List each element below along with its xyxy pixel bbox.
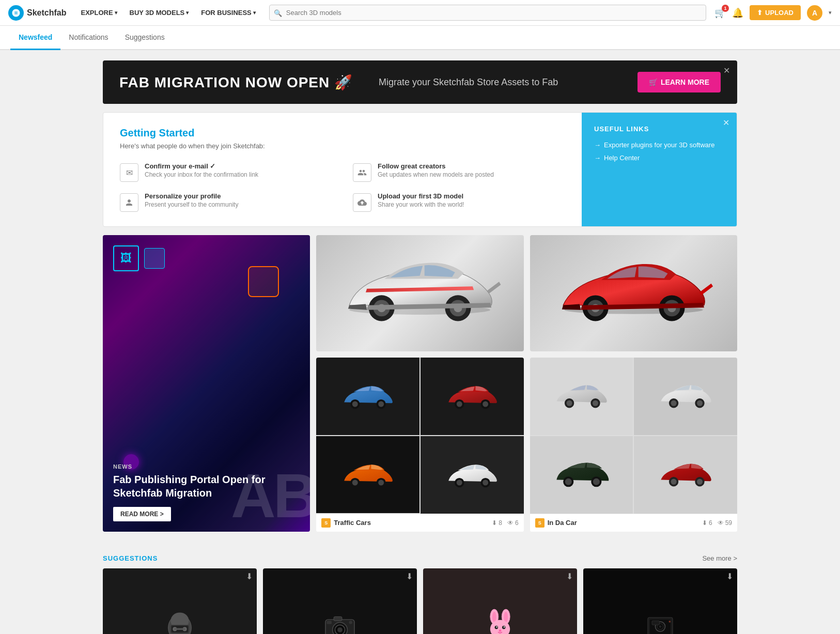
suggestions-grid: ⬇ ⬇ — [103, 568, 737, 635]
collection-stats: ⬇ 8 👁 6 — [492, 519, 518, 527]
ferrari-thumbnail — [530, 235, 737, 351]
download-icon[interactable]: ⬇ — [406, 571, 413, 581]
suggestion-card-3[interactable]: ⬇ — [423, 568, 577, 635]
gs-item-personalize: Personalize your profile Present yoursel… — [120, 192, 332, 212]
news-read-more-button[interactable]: READ MORE > — [113, 507, 171, 521]
news-card[interactable]: AB 🖼 NEWS Fab Publishing Portal Open for… — [103, 235, 310, 532]
collection-thumb-2 — [421, 358, 524, 435]
cart-badge: 1 — [722, 5, 729, 12]
chevron-down-icon: ▾ — [186, 10, 189, 16]
gs-item-desc: Present yourself to the community — [145, 201, 238, 208]
upload-icon: ⬆ — [757, 9, 763, 17]
gs-item-follow-creators: Follow great creators Get updates when n… — [353, 162, 565, 182]
collection-info: S Traffic Cars ⬇ 8 👁 6 — [316, 514, 523, 532]
useful-links-title: USEFUL LINKS — [594, 125, 724, 133]
svg-point-17 — [378, 401, 384, 407]
svg-point-39 — [565, 478, 572, 485]
suggestions-header: SUGGESTIONS See more > — [103, 544, 737, 568]
view-count: 👁 6 — [507, 519, 519, 527]
tab-notifications[interactable]: Notifications — [60, 26, 116, 50]
main-content: ✕ FAB MIGRATION NOW OPEN 🚀 Migrate your … — [95, 60, 745, 634]
gs-item-title: Upload your first 3D model — [378, 192, 464, 200]
upload-button[interactable]: ⬆ UPLOAD — [750, 5, 801, 20]
download-icon[interactable]: ⬇ — [246, 571, 253, 581]
collection-grid — [530, 358, 737, 514]
tabs-bar: Newsfeed Notifications Suggestions — [0, 26, 840, 50]
collection-thumb-3 — [530, 436, 633, 514]
cart-button[interactable]: 🛒 1 — [714, 7, 726, 19]
gs-item-desc: Get updates when new models are posted — [378, 171, 494, 178]
useful-links-panel: ✕ USEFUL LINKS → Exporter plugins for yo… — [582, 113, 737, 226]
tab-suggestions[interactable]: Suggestions — [117, 26, 173, 50]
see-more-link[interactable]: See more > — [702, 554, 737, 562]
suggestion-card-2[interactable]: ⬇ — [263, 568, 417, 635]
collection-thumb-3 — [316, 436, 419, 514]
collection-name: In Da Car — [548, 519, 577, 527]
in-da-car-collection[interactable]: S In Da Car ⬇ 6 👁 59 — [530, 358, 737, 532]
svg-rect-75 — [652, 621, 659, 625]
svg-point-37 — [697, 400, 703, 406]
svg-point-19 — [457, 401, 462, 407]
logo-icon — [8, 5, 24, 21]
svg-point-77 — [669, 621, 670, 622]
svg-point-15 — [352, 401, 358, 407]
gs-item-desc: Check your inbox for the confirmation li… — [145, 171, 258, 178]
banner-close-button[interactable]: ✕ — [723, 66, 730, 75]
banner-title: FAB MIGRATION NOW OPEN 🚀 — [119, 74, 353, 91]
svg-point-68 — [504, 626, 505, 627]
useful-link-exporter[interactable]: → Exporter plugins for your 3D software — [594, 141, 724, 149]
news-background: AB 🖼 NEWS Fab Publishing Portal Open for… — [103, 235, 310, 532]
search-bar: 🔍 — [269, 5, 706, 21]
svg-point-25 — [378, 480, 384, 486]
search-icon: 🔍 — [274, 9, 282, 17]
collection-grid — [316, 358, 523, 514]
svg-point-35 — [671, 400, 677, 406]
svg-point-43 — [671, 479, 677, 485]
gs-item-desc: Share your work with the world! — [378, 201, 464, 208]
logo[interactable]: Sketchfab — [8, 5, 66, 21]
download-icon[interactable]: ⬇ — [726, 571, 733, 581]
download-count: ⬇ 8 — [492, 519, 502, 527]
getting-started-items: ✉ Confirm your e-mail ✓ Check your inbox… — [120, 162, 565, 212]
collection-thumb-4 — [634, 436, 737, 514]
eye-icon: 👁 — [718, 519, 724, 527]
svg-point-62 — [492, 612, 496, 623]
nav-buy[interactable]: BUY 3D MODELS ▾ — [125, 6, 194, 20]
follow-icon — [353, 163, 371, 182]
notifications-bell[interactable]: 🔔 — [732, 7, 743, 19]
collection-thumb-4 — [421, 436, 524, 514]
ferrari-model-card[interactable]: S Ferari Xezri 👁 510 💬 2 ☆ — [530, 235, 737, 351]
svg-point-56 — [337, 627, 343, 632]
download-icon[interactable]: ⬇ — [566, 571, 573, 581]
avatar[interactable]: A — [807, 5, 822, 21]
apollo-model-card[interactable]: S Apollo Project Evo 👁 1.6k 💬 6 — [316, 235, 523, 351]
getting-started-section: Getting Started Here's what people do wh… — [103, 112, 737, 227]
svg-point-67 — [496, 626, 497, 627]
useful-links-close-button[interactable]: ✕ — [723, 118, 729, 128]
view-count: 👁 59 — [718, 519, 732, 527]
useful-link-help[interactable]: → Help Center — [594, 154, 724, 162]
email-icon: ✉ — [120, 163, 138, 182]
nav-explore[interactable]: EXPLORE ▾ — [75, 6, 122, 20]
banner-learn-more-button[interactable]: 🛒 LEARN MORE — [637, 72, 721, 92]
arrow-right-icon: → — [594, 154, 601, 162]
suggestion-card-4[interactable]: ⬇ — [583, 568, 737, 635]
chevron-down-icon: ▾ — [829, 9, 832, 16]
tab-newsfeed[interactable]: Newsfeed — [10, 26, 60, 50]
chevron-down-icon: ▾ — [115, 10, 117, 16]
download-count: ⬇ 6 — [702, 519, 712, 527]
getting-started-subtitle: Here's what people do when they join Ske… — [120, 142, 565, 150]
svg-point-63 — [504, 612, 508, 623]
svg-point-74 — [659, 625, 662, 628]
banner-subtitle: Migrate your Sketchfab Store Assets to F… — [379, 77, 558, 88]
nav-business[interactable]: FOR BUSINESS ▾ — [196, 6, 261, 20]
svg-rect-52 — [174, 628, 185, 630]
collection-info: S In Da Car ⬇ 6 👁 59 — [530, 514, 737, 532]
eye-icon: 👁 — [507, 519, 514, 527]
gs-item-confirm-email: ✉ Confirm your e-mail ✓ Check your inbox… — [120, 162, 332, 182]
traffic-cars-collection[interactable]: S Traffic Cars ⬇ 8 👁 6 — [316, 358, 523, 532]
download-icon: ⬇ — [702, 519, 707, 527]
suggestion-card-1[interactable]: ⬇ — [103, 568, 257, 635]
content-grid: AB 🖼 NEWS Fab Publishing Portal Open for… — [103, 235, 737, 538]
search-input[interactable] — [269, 5, 706, 21]
